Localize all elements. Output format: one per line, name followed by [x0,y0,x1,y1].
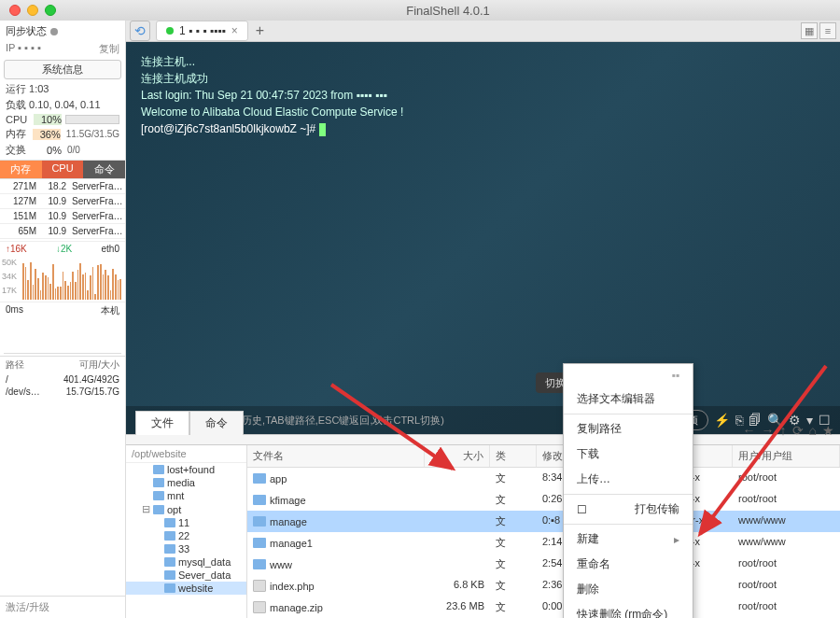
folder-icon [164,557,175,567]
file-row[interactable]: app文8:34drwxr-xr-xroot/root [247,468,840,489]
menu-delete[interactable]: 删除 [564,577,693,602]
folder-icon [253,559,266,569]
process-header: 内存CPU命令 [0,160,125,179]
sync-status: 同步状态 [0,21,125,42]
disk-row[interactable]: /401.4G/492G [0,373,125,386]
load-avg: 负载 0.10, 0.04, 0.11 [0,97,125,113]
tree-node[interactable]: 11 [126,516,246,529]
nav-up-icon[interactable]: ↑ [780,423,787,438]
nav-fwd-icon[interactable]: → [762,423,775,438]
maximize-icon[interactable] [45,5,56,16]
status-dot-icon [166,27,174,35]
tree-node[interactable]: website [126,582,246,595]
tree-node[interactable]: lost+found [126,463,246,476]
menu-new[interactable]: 新建▸ [564,527,693,552]
ip-row: IP ▪ ▪ ▪ ▪ 复制 [0,42,125,58]
file-panel: /opt/website lost+foundmediamnt⊟opt11223… [126,444,840,618]
app-title: FinalShell 4.0.1 [56,4,840,18]
tab-label: 1 ▪ ▪ ▪ ▪▪▪▪ [179,24,226,37]
cpu-bar: CPU 10% [0,113,125,126]
menu-editor[interactable]: 选择文本编辑器 [564,386,693,412]
window-controls[interactable] [9,5,56,16]
list-view-icon[interactable]: ≡ [819,22,836,39]
nav-back-icon[interactable]: ← [743,423,756,438]
folder-icon [153,491,164,500]
menu-upload[interactable]: 上传… [564,467,693,492]
uptime: 运行 1:03 [0,81,125,97]
tree-node[interactable]: media [126,476,246,489]
process-row[interactable]: 127M10.9ServerFra… [0,194,125,209]
shell-prompt: [root@iZj6c7st8anl5b0lkjkowbZ ~]# [141,122,315,135]
file-row[interactable]: www文2:54drwxr-xr-xroot/root [247,554,840,575]
network-stats: ↑16K ↓2K eth0 [0,241,125,256]
system-info-button[interactable]: 系统信息 [4,60,121,79]
tab-files[interactable]: 文件 [135,411,189,435]
tree-node[interactable]: 33 [126,542,246,555]
sync-indicator-icon [50,28,58,35]
network-chart [22,258,121,300]
disk-header: 路径可用/大小 [0,356,125,373]
sidebar: 同步状态 IP ▪ ▪ ▪ ▪ 复制 系统信息 运行 1:03 负载 0.10,… [0,21,126,618]
bookmark-icon[interactable]: ★ [822,423,834,438]
menu-download[interactable]: 下载 [564,442,693,467]
latency: 0ms本机 [0,302,125,319]
menu-quick-delete[interactable]: 快速删除 (rm命令) [564,602,693,618]
sync-label: 同步状态 [6,24,47,38]
folder-icon [153,505,164,514]
folder-icon [164,570,175,580]
tree-node[interactable]: ⊟opt [126,502,246,516]
file-row[interactable]: manage文0:▪8drwxrwxr-xwww/www [247,511,840,532]
file-row[interactable]: manage.zip23.6 MB文0:00-rw-r--r--root/roo… [247,597,840,618]
minimize-icon[interactable] [27,5,38,16]
connection-tab[interactable]: 1 ▪ ▪ ▪ ▪▪▪▪ × [156,21,248,41]
folder-icon [164,518,175,527]
home-icon[interactable]: ⌂ [809,423,817,438]
memory-bar: 内存 36% 11.5G/31.5G [0,126,125,142]
tree-node[interactable]: 22 [126,529,246,542]
file-list-header[interactable]: 文件名 大小 类 修改时间 权限 用户/用户组 [247,445,840,468]
menu-copy-path[interactable]: 复制路径 [564,416,693,442]
file-icon [253,601,266,613]
latency-chart [4,321,121,354]
folder-icon [164,583,175,593]
process-row[interactable]: 151M10.9ServerFra… [0,209,125,224]
terminal[interactable]: 连接主机... 连接主机成功 Last login: Thu Sep 21 00… [126,42,840,434]
file-icon [253,580,266,592]
activate-upgrade-button[interactable]: 激活/升级 [0,596,125,618]
disk-row[interactable]: /dev/s…15.7G/15.7G [0,386,125,398]
tree-node[interactable]: mnt [126,489,246,502]
window-titlebar: FinalShell 4.0.1 [0,0,840,21]
context-menu[interactable]: ▪▪ 选择文本编辑器 复制路径 下载 上传… ☐打包传输 新建▸ 重命名 删除 … [563,363,693,618]
file-row[interactable]: index.php6.8 KB文2:36-rw-r--r--root/root [247,575,840,597]
grid-view-icon[interactable]: ▦ [801,22,818,39]
menu-pack-transfer[interactable]: ☐打包传输 [564,497,693,522]
menu-blank[interactable]: ▪▪ [564,364,693,386]
folder-icon [253,473,266,484]
folder-tree[interactable]: /opt/website lost+foundmediamnt⊟opt11223… [126,445,247,618]
tree-node[interactable]: mysql_data [126,555,246,569]
file-row[interactable]: manage1文2:14drwxr-xr-xwww/www [247,532,840,554]
file-list[interactable]: ← → ↑ ⟳ ⌂ ★ 文件名 大小 类 修改时间 权限 用户/用户组 app文… [247,445,840,618]
file-row[interactable]: kfimage文0:26drwxr-xr-xroot/root [247,489,840,511]
process-row[interactable]: 271M18.2ServerFra… [0,179,125,194]
close-icon[interactable] [9,5,21,16]
copy-ip-button[interactable]: 复制 [99,42,119,56]
cursor-icon [319,123,326,136]
process-row[interactable]: 65M10.9ServerFra… [0,224,125,239]
tab-close-icon[interactable]: × [231,24,238,37]
tab-commands[interactable]: 命令 [189,411,244,435]
bolt-icon[interactable]: ⚡ [714,411,730,430]
folder-icon [253,495,266,505]
folder-icon [153,478,164,487]
menu-rename[interactable]: 重命名 [564,552,693,577]
tab-bar: ⟲ 1 ▪ ▪ ▪ ▪▪▪▪ × + ▦ ≡ [126,21,840,42]
swap-bar: 交换 0% 0/0 [0,142,125,158]
new-tab-button[interactable]: + [256,22,264,39]
tree-node[interactable]: Sever_data [126,569,246,582]
folder-icon [153,465,164,474]
sync-tabs-icon[interactable]: ⟲ [130,21,150,41]
refresh-icon[interactable]: ⟳ [792,423,804,438]
folder-icon [253,538,266,548]
folder-icon [164,544,175,554]
folder-icon [164,531,175,541]
